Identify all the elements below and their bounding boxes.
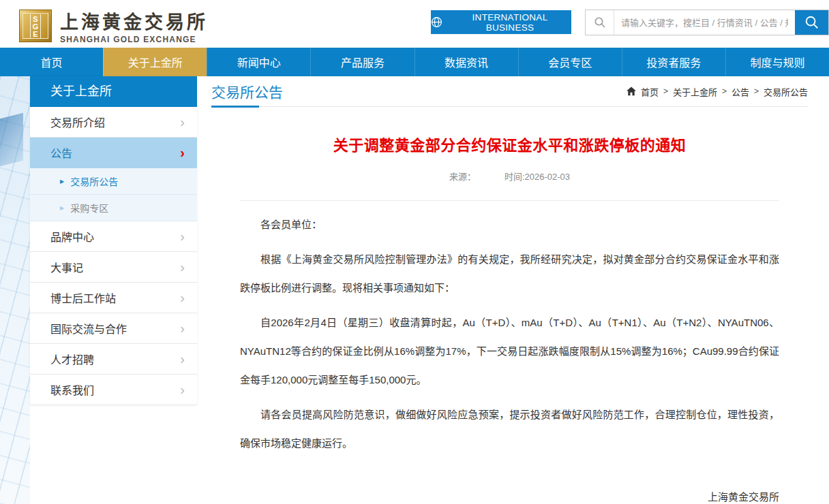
- article-source-label: 来源：: [449, 172, 476, 182]
- sidebar-item-label: 博士后工作站: [50, 289, 116, 306]
- article-paragraph: 请各会员提高风险防范意识，做细做好风险应急预案，提示投资者做好风险防范工作，合理…: [240, 400, 779, 458]
- sidebar-item-recruitment[interactable]: 人才招聘 ›: [30, 344, 197, 375]
- main-column: 交易所公告 首页 > 关于上金所 > 公告 > 交易所公告: [211, 76, 808, 504]
- breadcrumb-exchange-notices[interactable]: 交易所公告: [764, 85, 808, 98]
- nav-item-rules[interactable]: 制度与规则: [725, 48, 829, 76]
- sidebar-item-announcements[interactable]: 公告 ›: [30, 138, 197, 168]
- nav-item-about[interactable]: 关于上金所: [103, 48, 207, 76]
- globe-icon: [431, 16, 442, 28]
- sge-emblem-letters: SGE: [30, 14, 41, 38]
- page-title: 交易所公告: [211, 81, 283, 101]
- international-business-label: INTERNATIONAL BUSINESS: [449, 12, 571, 33]
- sidebar-item-postdoc-station[interactable]: 博士后工作站 ›: [30, 283, 197, 313]
- triangle-right-icon: ▶: [60, 178, 64, 185]
- breadcrumb-separator: >: [663, 86, 668, 96]
- sidebar-item-label: 人才招聘: [50, 351, 94, 367]
- page: SGE 上海黄金交易所 SHANGHAI GOLD EXCHANGE INTER…: [0, 0, 829, 504]
- home-icon: [627, 86, 636, 96]
- article-paragraph: 自2026年2月4日（星期三）收盘清算时起，Au（T+D）、mAu（T+D）、A…: [240, 309, 779, 394]
- nav-item-data[interactable]: 数据资讯: [414, 48, 518, 76]
- sidebar-item-exchange-intro[interactable]: 交易所介绍 ›: [30, 107, 197, 138]
- article-divider: [240, 200, 779, 201]
- chevron-right-icon: ›: [180, 260, 185, 274]
- breadcrumb-separator: >: [754, 86, 759, 96]
- sidebar-subitem-procurement[interactable]: ▶ 采购专区: [30, 195, 197, 221]
- sge-emblem: SGE: [19, 10, 52, 42]
- sidebar-item-label: 联系我们: [50, 381, 94, 398]
- sidebar-subgroup-announcements: ▶ 交易所公告 ▶ 采购专区: [30, 168, 197, 221]
- article: 关于调整黄金部分合约保证金水平和涨跌停板的通知 来源：时间:2026-02-03…: [211, 133, 808, 504]
- breadcrumb-home[interactable]: 首页: [641, 85, 659, 98]
- search-input[interactable]: [614, 10, 795, 35]
- logo-name-cn: 上海黄金交易所: [60, 7, 208, 34]
- chevron-right-icon: ›: [180, 291, 185, 304]
- sidebar-subitem-exchange-notices[interactable]: ▶ 交易所公告: [30, 168, 197, 195]
- sidebar-item-label: 公告: [50, 144, 72, 161]
- chevron-right-icon: ›: [180, 146, 185, 159]
- triangle-right-icon: ▶: [60, 205, 64, 211]
- title-underline: [211, 106, 259, 108]
- nav-item-members[interactable]: 会员专区: [518, 48, 622, 76]
- article-paragraph: 各会员单位：: [240, 210, 779, 239]
- search-bar: [585, 10, 829, 35]
- article-time-value: 2026-02-03: [525, 172, 571, 182]
- site-logo[interactable]: SGE 上海黄金交易所 SHANGHAI GOLD EXCHANGE: [19, 7, 208, 44]
- left-background-accent: [0, 113, 23, 166]
- left-decorative-background: [0, 76, 30, 504]
- sidebar-title: 关于上金所: [30, 76, 197, 107]
- magnifier-icon: [804, 15, 819, 30]
- chevron-right-icon: ›: [180, 352, 185, 366]
- article-paragraph: 根据《上海黄金交易所风险控制管理办法》的有关规定，我所经研究决定，拟对黄金部分合…: [240, 245, 779, 302]
- breadcrumb-separator: >: [722, 86, 727, 96]
- article-title: 关于调整黄金部分合约保证金水平和涨跌停板的通知: [240, 133, 779, 155]
- sidebar-item-label: 大事记: [50, 259, 83, 275]
- nav-item-products[interactable]: 产品服务: [310, 48, 414, 76]
- section-header: 交易所公告 首页 > 关于上金所 > 公告 > 交易所公告: [211, 76, 808, 107]
- search-button[interactable]: [795, 10, 828, 35]
- chevron-right-icon: ›: [180, 383, 185, 396]
- logo-text: 上海黄金交易所 SHANGHAI GOLD EXCHANGE: [60, 7, 208, 44]
- nav-item-investors[interactable]: 投资者服务: [622, 48, 725, 76]
- chevron-right-icon: ›: [180, 115, 185, 129]
- article-signature: 上海黄金交易所: [240, 489, 779, 503]
- nav-item-home[interactable]: 首页: [0, 48, 103, 76]
- article-time-label: 时间:: [504, 172, 525, 182]
- sidebar-item-milestones[interactable]: 大事记 ›: [30, 252, 197, 283]
- article-meta: 来源：时间:2026-02-03: [240, 170, 779, 183]
- article-body: 各会员单位： 根据《上海黄金交易所风险控制管理办法》的有关规定，我所经研究决定，…: [240, 210, 779, 458]
- site-header: SGE 上海黄金交易所 SHANGHAI GOLD EXCHANGE INTER…: [0, 0, 829, 48]
- content-area: 关于上金所 交易所介绍 › 公告 › ▶ 交易所公告 ▶ 采购专区: [0, 76, 829, 504]
- breadcrumb: 首页 > 关于上金所 > 公告 > 交易所公告: [627, 85, 808, 98]
- sidebar-subitem-label: 交易所公告: [70, 174, 118, 188]
- international-business-button[interactable]: INTERNATIONAL BUSINESS: [431, 10, 571, 34]
- sidebar-item-contact-us[interactable]: 联系我们 ›: [30, 375, 197, 405]
- sidebar-item-label: 品牌中心: [50, 228, 94, 245]
- breadcrumb-about[interactable]: 关于上金所: [673, 85, 717, 98]
- sidebar-item-label: 交易所介绍: [50, 114, 105, 130]
- logo-name-en: SHANGHAI GOLD EXCHANGE: [60, 35, 208, 44]
- chevron-right-icon: ›: [180, 230, 185, 243]
- breadcrumb-announcements[interactable]: 公告: [732, 85, 749, 98]
- chevron-right-icon: ›: [180, 321, 185, 335]
- nav-item-news[interactable]: 新闻中心: [207, 48, 310, 76]
- sidebar-item-international-cooperation[interactable]: 国际交流与合作 ›: [30, 313, 197, 344]
- sidebar-item-brand-center[interactable]: 品牌中心 ›: [30, 221, 197, 252]
- sidebar-item-label: 国际交流与合作: [50, 320, 127, 336]
- magnifier-icon: [586, 10, 614, 35]
- sidebar: 关于上金所 交易所介绍 › 公告 › ▶ 交易所公告 ▶ 采购专区: [30, 76, 197, 405]
- sidebar-subitem-label: 采购专区: [70, 201, 108, 215]
- main-nav: 首页 关于上金所 新闻中心 产品服务 数据资讯 会员专区 投资者服务 制度与规则: [0, 48, 829, 76]
